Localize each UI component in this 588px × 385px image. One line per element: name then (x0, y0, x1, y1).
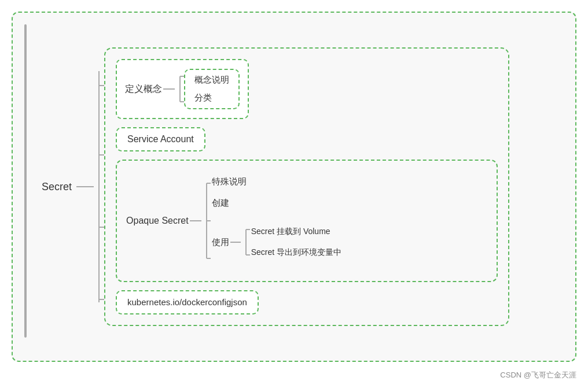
leaf-chuangjian: 创建 (212, 198, 341, 209)
shiyong-row: 使用 Secret 挂载到 Volume Secret 导出到环境变量中 (212, 219, 341, 265)
branch-kubernetes-label: kubernetes.io/dockerconfigjson (127, 297, 247, 307)
leaf-teshu: 特殊说明 (212, 176, 341, 187)
branch-service-account-label: Service Account (127, 134, 194, 144)
tree: Secret (24, 24, 564, 349)
diagram-container: Secret (12, 12, 576, 362)
branch-opaque-label: Opaque Secret (126, 216, 189, 226)
opaque-bracket-svg (203, 169, 211, 273)
watermark: CSDN @飞哥亡金天涯 (500, 370, 576, 380)
leaf-shiyong: 使用 (212, 237, 229, 248)
root-bracket-svg (94, 42, 104, 331)
leaf-gainian: 概念说明 (194, 75, 229, 86)
branch-opaque: Opaque Secret 特殊说明 创建 使用 (116, 160, 498, 282)
dingyi-bracket-svg (176, 66, 184, 112)
leaf-fenlei: 分类 (194, 92, 229, 103)
shiyong-bracket-svg (242, 219, 250, 265)
branch-kubernetes: kubernetes.io/dockerconfigjson (116, 290, 498, 314)
branch-dingyi: 定义概念 概念说明 分类 (116, 59, 498, 119)
root-label: Secret (42, 181, 72, 193)
leaf-volume: Secret 挂载到 Volume (251, 227, 341, 237)
branch-dingyi-label: 定义概念 (125, 83, 162, 95)
branch-service-account: Service Account (116, 127, 498, 151)
leaf-env: Secret 导出到环境变量中 (251, 247, 341, 258)
